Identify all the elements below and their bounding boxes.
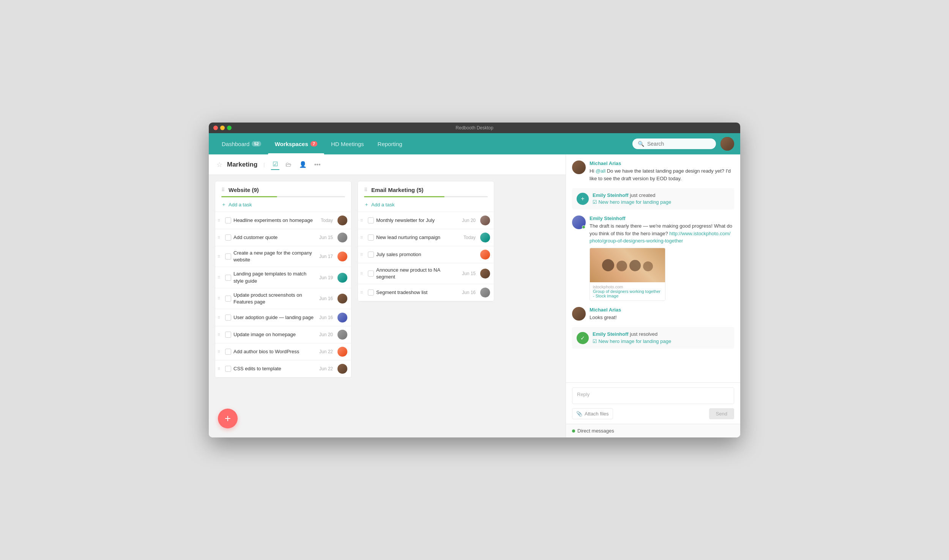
column-email-header: ⠿ Email Marketing (5) bbox=[358, 181, 494, 197]
task-drag-handle[interactable]: ⠿ bbox=[218, 275, 223, 280]
task-assignee-avatar bbox=[337, 273, 347, 283]
chat-link[interactable]: http://www.istockphoto.com/photo/group-o… bbox=[590, 231, 730, 244]
traffic-lights bbox=[213, 126, 232, 130]
reply-actions: 📎 Attach files Send bbox=[572, 408, 734, 419]
task-drag-handle[interactable]: ⠿ bbox=[218, 236, 223, 240]
task-assignee-avatar bbox=[480, 288, 490, 297]
task-drag-handle[interactable]: ⠿ bbox=[360, 253, 366, 257]
task-row[interactable]: ⠿ Update product screenshots on Features… bbox=[215, 288, 351, 309]
preview-domain: istockphoto.com bbox=[593, 285, 662, 289]
close-button[interactable] bbox=[213, 126, 218, 130]
user-avatar-nav[interactable] bbox=[720, 137, 734, 151]
activity-text: Emily Steinhoff just resolved ☑ New hero… bbox=[593, 331, 730, 344]
workspace-header: ☆ Marketing | ☑ 🗁 👤 ••• bbox=[209, 154, 566, 175]
task-checkbox[interactable] bbox=[225, 296, 231, 302]
columns-area: ⠿ Website (9) ＋ Add a task ⠿ bbox=[209, 175, 566, 437]
task-row[interactable]: ⠿ Add author bios to WordPress Jun 22 bbox=[215, 343, 351, 360]
nav-workspaces[interactable]: Workspaces 7 bbox=[268, 133, 324, 154]
maximize-button[interactable] bbox=[227, 126, 232, 130]
add-task-website[interactable]: ＋ Add a task bbox=[215, 197, 351, 212]
link-preview[interactable]: istockphoto.com Group of designers worki… bbox=[590, 248, 665, 301]
task-drag-handle[interactable]: ⠿ bbox=[218, 367, 223, 371]
drag-handle[interactable]: ⠿ bbox=[221, 187, 225, 193]
dm-bar[interactable]: Direct messages bbox=[566, 424, 740, 437]
more-options-icon[interactable]: ••• bbox=[313, 160, 322, 170]
task-row[interactable]: ⠿ July sales promotion bbox=[358, 246, 494, 263]
reply-area: 📎 Attach files Send bbox=[566, 382, 740, 424]
task-drag-handle[interactable]: ⠿ bbox=[218, 255, 223, 259]
task-row[interactable]: ⠿ CSS edits to template Jun 22 bbox=[215, 360, 351, 378]
task-drag-handle[interactable]: ⠿ bbox=[360, 219, 366, 223]
task-drag-handle[interactable]: ⠿ bbox=[360, 291, 366, 295]
task-assignee-avatar bbox=[480, 250, 490, 260]
task-checkbox[interactable] bbox=[368, 234, 374, 241]
chat-author: Emily Steinhoff bbox=[590, 216, 734, 221]
task-row[interactable]: ⠿ Announce new product to NA segment Jun… bbox=[358, 263, 494, 284]
task-checkbox[interactable] bbox=[225, 366, 231, 372]
nav-reporting[interactable]: Reporting bbox=[371, 133, 409, 154]
search-input[interactable] bbox=[647, 141, 711, 147]
minimize-button[interactable] bbox=[220, 126, 225, 130]
column-email-title: Email Marketing (5) bbox=[371, 187, 424, 193]
task-drag-handle[interactable]: ⠿ bbox=[218, 333, 223, 337]
task-checkbox[interactable] bbox=[225, 332, 231, 338]
task-checkbox[interactable] bbox=[368, 271, 374, 277]
activity-task[interactable]: ☑ New hero image for landing page bbox=[593, 338, 671, 345]
task-row[interactable]: ⠿ User adoption guide — landing page Jun… bbox=[215, 309, 351, 326]
task-assignee-avatar bbox=[337, 216, 347, 225]
task-row[interactable]: ⠿ Update image on homepage Jun 20 bbox=[215, 326, 351, 343]
column-website: ⠿ Website (9) ＋ Add a task ⠿ bbox=[215, 181, 352, 378]
chat-messages: Michael Arias Hi @all Do we have the lat… bbox=[566, 154, 740, 382]
nav-dashboard[interactable]: Dashboard 52 bbox=[215, 133, 268, 154]
task-checkbox[interactable] bbox=[225, 315, 231, 321]
send-button[interactable]: Send bbox=[709, 408, 734, 419]
task-checkbox[interactable] bbox=[368, 289, 374, 296]
task-row[interactable]: ⠿ Monthly newsletter for July Jun 20 bbox=[358, 212, 494, 229]
drag-handle[interactable]: ⠿ bbox=[364, 187, 367, 193]
preview-title[interactable]: Group of designers working together - St… bbox=[593, 289, 662, 298]
column-website-header: ⠿ Website (9) bbox=[215, 181, 351, 197]
task-assignee-avatar bbox=[337, 330, 347, 340]
task-checkbox[interactable] bbox=[225, 217, 231, 223]
task-drag-handle[interactable]: ⠿ bbox=[218, 219, 223, 223]
files-view-icon[interactable]: 🗁 bbox=[284, 160, 293, 170]
activity-row-resolved: ✓ Emily Steinhoff just resolved ☑ New he… bbox=[572, 327, 734, 348]
task-checkbox[interactable] bbox=[225, 253, 231, 260]
chat-avatar bbox=[572, 160, 586, 174]
task-drag-handle[interactable]: ⠿ bbox=[218, 316, 223, 320]
chat-text: Hi @all Do we have the latest landing pa… bbox=[590, 167, 734, 182]
task-row[interactable]: ⠿ Add customer quote Jun 15 bbox=[215, 229, 351, 246]
members-view-icon[interactable]: 👤 bbox=[298, 159, 308, 170]
task-checkbox[interactable] bbox=[225, 349, 231, 355]
task-checkbox[interactable] bbox=[368, 217, 374, 223]
task-row[interactable]: ⠿ Headline experiments on homepage Today bbox=[215, 212, 351, 229]
reply-input[interactable] bbox=[572, 387, 734, 404]
window-title: Redbooth Desktop bbox=[456, 125, 493, 131]
task-row[interactable]: ⠿ Segment tradeshow list Jun 16 bbox=[358, 284, 494, 301]
task-drag-handle[interactable]: ⠿ bbox=[360, 272, 366, 276]
task-row[interactable]: ⠿ New lead nurturing campaign Today bbox=[358, 229, 494, 246]
task-row[interactable]: ⠿ Create a new page for the company webs… bbox=[215, 246, 351, 267]
attach-files-button[interactable]: 📎 Attach files bbox=[572, 408, 613, 419]
task-drag-handle[interactable]: ⠿ bbox=[360, 236, 366, 240]
star-icon[interactable]: ☆ bbox=[216, 160, 222, 169]
chat-message: Michael Arias Looks great! bbox=[572, 307, 734, 321]
task-assignee-avatar bbox=[480, 216, 490, 225]
task-row[interactable]: ⠿ Landing page templates to match style … bbox=[215, 267, 351, 288]
nav-meetings[interactable]: HD Meetings bbox=[324, 133, 371, 154]
task-assignee-avatar bbox=[480, 269, 490, 278]
tasks-view-icon[interactable]: ☑ bbox=[271, 159, 279, 170]
fab-add[interactable]: + bbox=[218, 409, 238, 428]
search-box[interactable]: 🔍 bbox=[632, 138, 716, 149]
add-task-email[interactable]: ＋ Add a task bbox=[358, 197, 494, 212]
activity-task[interactable]: ☑ New hero image for landing page bbox=[593, 199, 671, 206]
task-checkbox[interactable] bbox=[225, 234, 231, 241]
preview-image-inner bbox=[590, 248, 665, 282]
chat-text: The draft is nearly there — we're making… bbox=[590, 222, 734, 245]
task-assignee-avatar bbox=[337, 313, 347, 322]
task-drag-handle[interactable]: ⠿ bbox=[218, 296, 223, 300]
task-checkbox[interactable] bbox=[368, 252, 374, 258]
task-checkbox[interactable] bbox=[225, 275, 231, 281]
chat-author: Michael Arias bbox=[590, 307, 734, 313]
task-drag-handle[interactable]: ⠿ bbox=[218, 350, 223, 354]
